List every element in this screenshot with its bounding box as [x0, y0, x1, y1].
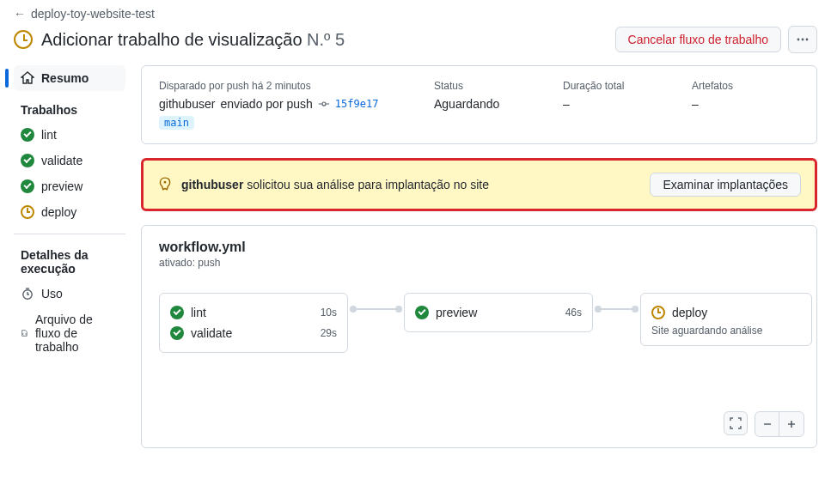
check-circle-icon — [170, 326, 184, 340]
clock-icon — [21, 205, 34, 219]
review-banner: githubuser solicitou sua análise para im… — [141, 158, 817, 211]
clock-icon — [14, 30, 33, 49]
check-circle-icon — [170, 306, 184, 319]
sidebar-item-summary[interactable]: Resumo — [14, 65, 125, 91]
more-actions-button[interactable] — [788, 26, 817, 53]
rocket-icon — [157, 177, 173, 192]
check-circle-icon — [21, 154, 34, 167]
commit-icon — [318, 98, 330, 110]
job-node-deploy[interactable]: deploy Site aguardando análise — [640, 293, 812, 346]
main-content: Disparado por push há 2 minutos githubus… — [141, 65, 817, 448]
trigger-suffix: enviado por push — [220, 97, 312, 111]
check-circle-icon — [21, 179, 34, 193]
sidebar-job-deploy[interactable]: deploy — [14, 199, 125, 225]
svg-point-0 — [797, 39, 800, 41]
artifacts-value: – — [692, 97, 786, 111]
job-duration: 10s — [321, 307, 337, 319]
job-name: preview — [436, 306, 477, 319]
status-value: Aguardando — [434, 97, 529, 111]
kebab-icon — [796, 33, 810, 46]
divider — [14, 234, 125, 234]
clock-icon — [651, 306, 665, 319]
duration-value: – — [563, 97, 657, 111]
back-label: deploy-toy-website-test — [31, 7, 155, 21]
graph-connector-dot — [595, 306, 602, 313]
sidebar-item-label: lint — [41, 128, 57, 142]
job-name: deploy — [672, 306, 707, 319]
job-name: validate — [191, 326, 232, 340]
check-circle-icon — [21, 128, 34, 142]
run-number: N.º 5 — [307, 30, 345, 49]
arrow-left-icon: ← — [14, 7, 26, 21]
duration-label: Duração total — [563, 80, 657, 92]
graph-connector-dot — [350, 306, 357, 313]
branch-tag[interactable]: main — [159, 116, 194, 130]
workflow-graph-card: workflow.yml ativado: push lint 10s vali… — [141, 225, 817, 448]
job-subtitle: Site aguardando análise — [651, 325, 801, 337]
status-label: Status — [434, 80, 529, 92]
sidebar-item-label: preview — [41, 179, 82, 193]
sidebar-item-workflow-file[interactable]: Arquivo de fluxo de trabalho — [14, 307, 125, 360]
plus-icon — [786, 419, 797, 429]
sidebar-details-heading: Detalhes da execução — [14, 236, 125, 281]
commit-sha-link[interactable]: 15f9e17 — [335, 98, 379, 110]
sidebar-item-label: Resumo — [41, 71, 89, 85]
zoom-out-button[interactable] — [755, 412, 779, 436]
fit-to-screen-button[interactable] — [724, 411, 748, 435]
graph-connector-line — [602, 308, 632, 310]
sidebar-item-label: Arquivo de fluxo de trabalho — [35, 313, 119, 354]
trigger-label: Disparado por push há 2 minutos — [159, 80, 400, 92]
artifacts-label: Artefatos — [692, 80, 786, 92]
workflow-trigger: ativado: push — [159, 257, 799, 269]
svg-point-4 — [322, 102, 326, 106]
fullscreen-icon — [730, 417, 742, 429]
sidebar-item-label: deploy — [41, 205, 76, 219]
summary-card: Disparado por push há 2 minutos githubus… — [141, 65, 817, 144]
graph-connector-dot — [395, 306, 402, 313]
sidebar: Resumo Trabalhos lint validate preview d… — [14, 65, 125, 448]
run-title: Adicionar trabalho de visualização N.º 5 — [41, 30, 345, 50]
sidebar-job-lint[interactable]: lint — [14, 122, 125, 148]
graph-connector-dot — [632, 306, 639, 313]
back-link[interactable]: ← deploy-toy-website-test — [14, 7, 155, 21]
job-node-preview[interactable]: preview 46s — [404, 293, 593, 332]
job-group-node-1[interactable]: lint 10s validate 29s — [159, 293, 348, 353]
cancel-workflow-button[interactable]: Cancelar fluxo de trabalho — [615, 27, 781, 52]
sidebar-job-preview[interactable]: preview — [14, 173, 125, 199]
stopwatch-icon — [21, 287, 34, 301]
svg-point-5 — [164, 181, 167, 184]
check-circle-icon — [415, 306, 429, 319]
sidebar-item-usage[interactable]: Uso — [14, 281, 125, 307]
home-icon — [21, 71, 34, 85]
graph-connector-line — [357, 308, 395, 310]
sidebar-item-label: Uso — [41, 287, 63, 301]
sidebar-jobs-heading: Trabalhos — [14, 91, 125, 122]
sidebar-job-validate[interactable]: validate — [14, 148, 125, 173]
minus-icon — [762, 419, 773, 429]
review-deployments-button[interactable]: Examinar implantações — [650, 173, 801, 197]
workflow-filename: workflow.yml — [159, 240, 799, 255]
review-text: githubuser solicitou sua análise para im… — [181, 178, 489, 191]
job-duration: 29s — [321, 327, 337, 339]
svg-point-1 — [802, 39, 804, 41]
zoom-in-button[interactable] — [779, 412, 804, 436]
job-duration: 46s — [565, 307, 582, 319]
job-name: lint — [191, 306, 206, 319]
file-icon — [21, 326, 28, 340]
sidebar-item-label: validate — [41, 154, 82, 167]
svg-point-2 — [806, 39, 809, 41]
author-link[interactable]: githubuser — [159, 97, 215, 111]
